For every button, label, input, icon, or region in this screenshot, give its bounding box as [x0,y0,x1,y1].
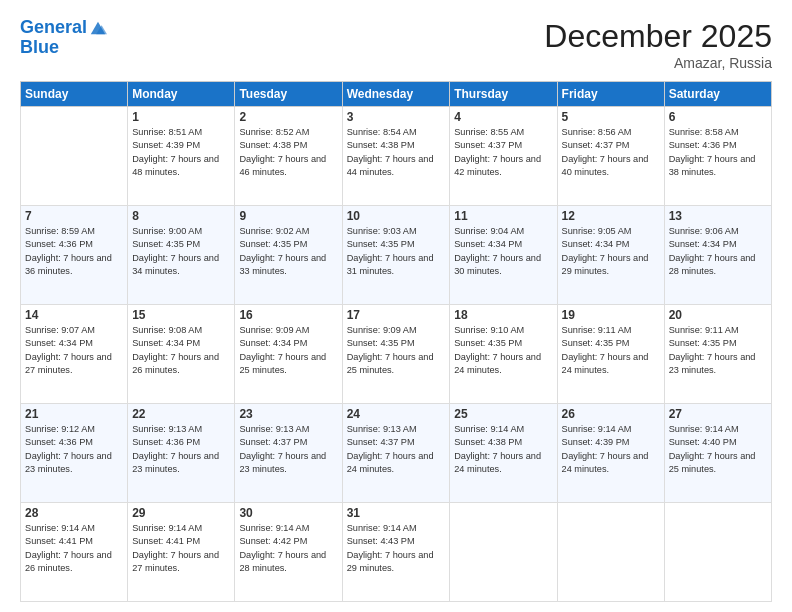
day-number: 20 [669,308,767,322]
calendar-week-row: 1Sunrise: 8:51 AMSunset: 4:39 PMDaylight… [21,107,772,206]
table-row: 12Sunrise: 9:05 AMSunset: 4:34 PMDayligh… [557,206,664,305]
location: Amazar, Russia [544,55,772,71]
calendar-week-row: 21Sunrise: 9:12 AMSunset: 4:36 PMDayligh… [21,404,772,503]
th-thursday: Thursday [450,82,557,107]
day-number: 10 [347,209,446,223]
table-row: 28Sunrise: 9:14 AMSunset: 4:41 PMDayligh… [21,503,128,602]
day-number: 28 [25,506,123,520]
day-info: Sunrise: 9:13 AMSunset: 4:37 PMDaylight:… [239,423,337,476]
day-number: 11 [454,209,552,223]
table-row: 13Sunrise: 9:06 AMSunset: 4:34 PMDayligh… [664,206,771,305]
day-info: Sunrise: 9:13 AMSunset: 4:36 PMDaylight:… [132,423,230,476]
day-number: 7 [25,209,123,223]
th-saturday: Saturday [664,82,771,107]
day-info: Sunrise: 9:12 AMSunset: 4:36 PMDaylight:… [25,423,123,476]
th-wednesday: Wednesday [342,82,450,107]
day-info: Sunrise: 9:11 AMSunset: 4:35 PMDaylight:… [669,324,767,377]
table-row: 22Sunrise: 9:13 AMSunset: 4:36 PMDayligh… [128,404,235,503]
day-number: 15 [132,308,230,322]
table-row: 30Sunrise: 9:14 AMSunset: 4:42 PMDayligh… [235,503,342,602]
th-friday: Friday [557,82,664,107]
table-row: 9Sunrise: 9:02 AMSunset: 4:35 PMDaylight… [235,206,342,305]
calendar-week-row: 28Sunrise: 9:14 AMSunset: 4:41 PMDayligh… [21,503,772,602]
table-row [664,503,771,602]
day-info: Sunrise: 9:00 AMSunset: 4:35 PMDaylight:… [132,225,230,278]
page: General Blue December 2025 Amazar, Russi… [0,0,792,612]
table-row: 20Sunrise: 9:11 AMSunset: 4:35 PMDayligh… [664,305,771,404]
day-info: Sunrise: 9:06 AMSunset: 4:34 PMDaylight:… [669,225,767,278]
table-row: 7Sunrise: 8:59 AMSunset: 4:36 PMDaylight… [21,206,128,305]
month-title: December 2025 [544,18,772,55]
table-row: 21Sunrise: 9:12 AMSunset: 4:36 PMDayligh… [21,404,128,503]
calendar-week-row: 14Sunrise: 9:07 AMSunset: 4:34 PMDayligh… [21,305,772,404]
day-info: Sunrise: 9:08 AMSunset: 4:34 PMDaylight:… [132,324,230,377]
day-info: Sunrise: 9:04 AMSunset: 4:34 PMDaylight:… [454,225,552,278]
day-number: 13 [669,209,767,223]
day-number: 31 [347,506,446,520]
calendar: Sunday Monday Tuesday Wednesday Thursday… [20,81,772,602]
table-row [450,503,557,602]
day-info: Sunrise: 9:14 AMSunset: 4:38 PMDaylight:… [454,423,552,476]
day-number: 22 [132,407,230,421]
table-row: 5Sunrise: 8:56 AMSunset: 4:37 PMDaylight… [557,107,664,206]
table-row: 25Sunrise: 9:14 AMSunset: 4:38 PMDayligh… [450,404,557,503]
table-row: 23Sunrise: 9:13 AMSunset: 4:37 PMDayligh… [235,404,342,503]
day-number: 19 [562,308,660,322]
day-info: Sunrise: 9:14 AMSunset: 4:40 PMDaylight:… [669,423,767,476]
table-row: 14Sunrise: 9:07 AMSunset: 4:34 PMDayligh… [21,305,128,404]
title-block: December 2025 Amazar, Russia [544,18,772,71]
th-monday: Monday [128,82,235,107]
day-info: Sunrise: 8:54 AMSunset: 4:38 PMDaylight:… [347,126,446,179]
day-info: Sunrise: 9:03 AMSunset: 4:35 PMDaylight:… [347,225,446,278]
calendar-week-row: 7Sunrise: 8:59 AMSunset: 4:36 PMDaylight… [21,206,772,305]
day-number: 23 [239,407,337,421]
logo-text-line1: General [20,18,87,38]
table-row: 16Sunrise: 9:09 AMSunset: 4:34 PMDayligh… [235,305,342,404]
table-row: 1Sunrise: 8:51 AMSunset: 4:39 PMDaylight… [128,107,235,206]
day-info: Sunrise: 8:55 AMSunset: 4:37 PMDaylight:… [454,126,552,179]
table-row: 17Sunrise: 9:09 AMSunset: 4:35 PMDayligh… [342,305,450,404]
day-info: Sunrise: 9:14 AMSunset: 4:42 PMDaylight:… [239,522,337,575]
day-info: Sunrise: 9:09 AMSunset: 4:35 PMDaylight:… [347,324,446,377]
table-row [557,503,664,602]
table-row: 3Sunrise: 8:54 AMSunset: 4:38 PMDaylight… [342,107,450,206]
day-number: 29 [132,506,230,520]
table-row: 29Sunrise: 9:14 AMSunset: 4:41 PMDayligh… [128,503,235,602]
table-row: 15Sunrise: 9:08 AMSunset: 4:34 PMDayligh… [128,305,235,404]
table-row: 24Sunrise: 9:13 AMSunset: 4:37 PMDayligh… [342,404,450,503]
day-number: 30 [239,506,337,520]
day-number: 6 [669,110,767,124]
day-number: 25 [454,407,552,421]
table-row: 8Sunrise: 9:00 AMSunset: 4:35 PMDaylight… [128,206,235,305]
day-info: Sunrise: 9:05 AMSunset: 4:34 PMDaylight:… [562,225,660,278]
logo: General Blue [20,18,107,58]
calendar-header-row: Sunday Monday Tuesday Wednesday Thursday… [21,82,772,107]
day-number: 3 [347,110,446,124]
day-number: 18 [454,308,552,322]
day-info: Sunrise: 9:13 AMSunset: 4:37 PMDaylight:… [347,423,446,476]
day-number: 1 [132,110,230,124]
day-info: Sunrise: 8:59 AMSunset: 4:36 PMDaylight:… [25,225,123,278]
day-info: Sunrise: 8:56 AMSunset: 4:37 PMDaylight:… [562,126,660,179]
table-row: 11Sunrise: 9:04 AMSunset: 4:34 PMDayligh… [450,206,557,305]
day-number: 21 [25,407,123,421]
day-number: 26 [562,407,660,421]
day-number: 9 [239,209,337,223]
day-info: Sunrise: 9:11 AMSunset: 4:35 PMDaylight:… [562,324,660,377]
table-row [21,107,128,206]
day-info: Sunrise: 8:58 AMSunset: 4:36 PMDaylight:… [669,126,767,179]
logo-icon [89,19,107,37]
table-row: 27Sunrise: 9:14 AMSunset: 4:40 PMDayligh… [664,404,771,503]
day-info: Sunrise: 9:14 AMSunset: 4:43 PMDaylight:… [347,522,446,575]
table-row: 19Sunrise: 9:11 AMSunset: 4:35 PMDayligh… [557,305,664,404]
header: General Blue December 2025 Amazar, Russi… [20,18,772,71]
day-number: 16 [239,308,337,322]
table-row: 31Sunrise: 9:14 AMSunset: 4:43 PMDayligh… [342,503,450,602]
th-tuesday: Tuesday [235,82,342,107]
day-number: 17 [347,308,446,322]
th-sunday: Sunday [21,82,128,107]
day-info: Sunrise: 8:52 AMSunset: 4:38 PMDaylight:… [239,126,337,179]
table-row: 2Sunrise: 8:52 AMSunset: 4:38 PMDaylight… [235,107,342,206]
day-info: Sunrise: 9:09 AMSunset: 4:34 PMDaylight:… [239,324,337,377]
day-number: 14 [25,308,123,322]
